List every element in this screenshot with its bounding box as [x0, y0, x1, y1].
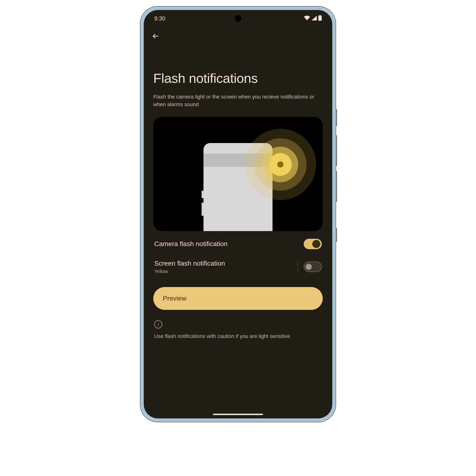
camera-flash-toggle[interactable]	[304, 239, 322, 249]
home-indicator[interactable]	[213, 414, 263, 415]
caution-text: Use flash notifications with caution if …	[154, 333, 322, 340]
back-button[interactable]	[150, 31, 161, 42]
screen-flash-toggle[interactable]	[304, 262, 322, 272]
screen: 9:30 Flash notifications Flash the camer…	[144, 10, 332, 418]
screen-flash-row[interactable]: Screen flash notification Yellow	[153, 257, 323, 282]
screen-flash-color: Yellow	[154, 269, 296, 274]
flash-glow-icon	[245, 129, 316, 200]
page-description: Flash the camera light or the screen whe…	[153, 93, 323, 108]
preview-button[interactable]: Preview	[153, 287, 323, 310]
info-icon: i	[154, 320, 162, 328]
device-frame: 9:30 Flash notifications Flash the camer…	[140, 7, 336, 422]
battery-icon	[318, 15, 322, 22]
flash-illustration	[153, 117, 323, 231]
side-button	[336, 109, 337, 126]
svg-rect-0	[318, 16, 322, 21]
volume-up-button	[336, 135, 337, 166]
volume-down-button	[336, 171, 337, 202]
power-button	[336, 228, 337, 242]
preview-label: Preview	[163, 295, 187, 302]
screen-flash-label: Screen flash notification	[154, 260, 296, 267]
row-divider	[298, 261, 298, 272]
cellular-icon	[311, 15, 317, 22]
wifi-icon	[304, 15, 310, 22]
front-camera-cutout	[235, 15, 241, 22]
camera-flash-row[interactable]: Camera flash notification	[153, 231, 323, 257]
camera-flash-label: Camera flash notification	[154, 240, 304, 248]
page-title: Flash notifications	[153, 70, 323, 86]
svg-rect-1	[319, 15, 321, 16]
status-time: 9:30	[154, 15, 165, 22]
